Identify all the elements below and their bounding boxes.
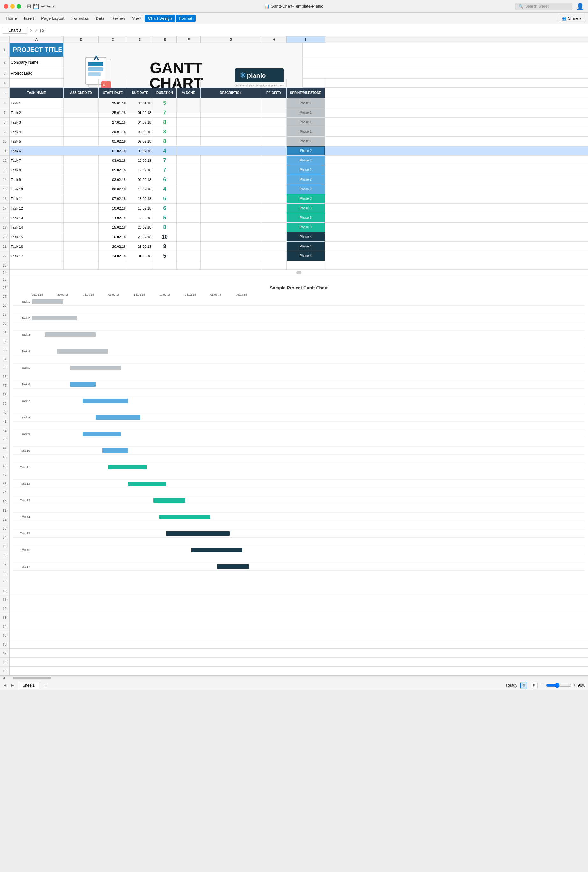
assigned-to-cell[interactable]: [64, 165, 99, 175]
assigned-to-cell[interactable]: [64, 136, 99, 146]
col-header-G[interactable]: G: [201, 36, 261, 43]
page-view-icon[interactable]: ⊟: [531, 682, 538, 689]
task-name-cell[interactable]: Task 5: [9, 136, 64, 146]
menu-view[interactable]: View: [129, 15, 144, 22]
due-date-cell[interactable]: 01.03.18: [128, 251, 153, 261]
priority-cell[interactable]: [261, 117, 286, 127]
start-date-cell[interactable]: 24.02.18: [99, 251, 128, 261]
description-cell[interactable]: [201, 136, 261, 146]
duration-cell[interactable]: 8: [153, 242, 177, 251]
description-cell[interactable]: [201, 108, 261, 117]
percent-done-cell[interactable]: [177, 213, 201, 222]
col-header-C[interactable]: C: [99, 36, 128, 43]
phase-cell[interactable]: Phase 2: [286, 146, 325, 156]
percent-done-cell[interactable]: [177, 156, 201, 165]
phase-cell[interactable]: Phase 3: [286, 223, 325, 232]
due-date-cell[interactable]: 05.02.18: [128, 146, 153, 156]
cell-4F[interactable]: [177, 79, 201, 87]
due-date-cell[interactable]: 26.02.18: [128, 232, 153, 241]
company-name-cell[interactable]: Company Name: [9, 57, 64, 67]
cell-23F[interactable]: [177, 261, 201, 270]
start-date-cell[interactable]: 06.02.18: [99, 184, 128, 194]
priority-cell[interactable]: [261, 127, 286, 136]
assigned-to-cell[interactable]: [64, 175, 99, 184]
duration-cell[interactable]: 4: [153, 184, 177, 194]
cell-23A[interactable]: [9, 261, 64, 270]
task-name-cell[interactable]: Task 3: [9, 117, 64, 127]
grid-view-icon[interactable]: ⊞: [520, 682, 528, 689]
due-date-cell[interactable]: 06.02.18: [128, 127, 153, 136]
menu-format[interactable]: Format: [176, 15, 195, 22]
duration-cell[interactable]: 6: [153, 204, 177, 213]
start-date-cell[interactable]: 25.01.18: [99, 99, 128, 108]
priority-cell[interactable]: [261, 99, 286, 108]
col-header-I[interactable]: I: [286, 36, 325, 43]
phase-cell[interactable]: Phase 1: [286, 99, 325, 108]
project-title-cell[interactable]: PROJECT TITLE: [9, 43, 64, 57]
description-cell[interactable]: [201, 175, 261, 184]
duration-cell[interactable]: 8: [153, 117, 177, 127]
col-header-F[interactable]: F: [177, 36, 201, 43]
duration-cell[interactable]: 5: [153, 99, 177, 108]
percent-done-cell[interactable]: [177, 242, 201, 251]
scroll-left-arrow[interactable]: ◀: [1, 676, 6, 680]
col-header-H[interactable]: H: [261, 36, 286, 43]
cell-4I[interactable]: [286, 79, 325, 87]
duration-cell[interactable]: 8: [153, 136, 177, 146]
project-lead-cell[interactable]: Project Lead: [9, 68, 64, 78]
duration-cell[interactable]: 7: [153, 156, 177, 165]
col-header-A[interactable]: A: [9, 36, 64, 43]
priority-cell[interactable]: [261, 223, 286, 232]
due-date-cell[interactable]: 10.02.18: [128, 156, 153, 165]
due-date-cell[interactable]: 12.02.18: [128, 165, 153, 175]
start-date-cell[interactable]: 03.02.18: [99, 156, 128, 165]
maximize-button[interactable]: [16, 4, 21, 9]
cell-4B[interactable]: [64, 79, 99, 87]
menu-data[interactable]: Data: [92, 15, 107, 22]
task-name-cell[interactable]: Task 14: [9, 223, 64, 232]
percent-done-cell[interactable]: [177, 146, 201, 156]
assigned-to-cell[interactable]: [64, 99, 99, 108]
phase-cell[interactable]: Phase 2: [286, 156, 325, 165]
priority-cell[interactable]: [261, 175, 286, 184]
horizontal-scrollbar[interactable]: ◀: [0, 676, 588, 680]
due-date-cell[interactable]: 30.01.18: [128, 99, 153, 108]
phase-cell[interactable]: Phase 3: [286, 213, 325, 222]
due-date-cell[interactable]: 19.02.18: [128, 213, 153, 222]
due-date-cell[interactable]: 04.02.18: [128, 117, 153, 127]
toolbar-icon[interactable]: 💾: [33, 3, 39, 9]
description-cell[interactable]: [201, 242, 261, 251]
duration-cell[interactable]: 7: [153, 108, 177, 117]
zoom-slider[interactable]: [546, 683, 572, 688]
duration-cell[interactable]: 7: [153, 165, 177, 175]
priority-cell[interactable]: [261, 156, 286, 165]
phase-cell[interactable]: Phase 2: [286, 184, 325, 194]
due-date-cell[interactable]: 10.02.18: [128, 184, 153, 194]
description-cell[interactable]: [201, 223, 261, 232]
add-sheet-button[interactable]: ＋: [44, 682, 48, 689]
cell-23D[interactable]: [128, 261, 153, 270]
percent-done-cell[interactable]: [177, 136, 201, 146]
zoom-in-icon[interactable]: ＋: [573, 683, 576, 688]
priority-cell[interactable]: [261, 242, 286, 251]
col-header-E[interactable]: E: [153, 36, 177, 43]
percent-done-cell[interactable]: [177, 99, 201, 108]
priority-cell[interactable]: [261, 251, 286, 261]
menu-page-layout[interactable]: Page Layout: [38, 15, 68, 22]
priority-cell[interactable]: [261, 136, 286, 146]
start-date-cell[interactable]: 16.02.18: [99, 232, 128, 241]
task-name-cell[interactable]: Task 7: [9, 156, 64, 165]
assigned-to-cell[interactable]: [64, 117, 99, 127]
start-date-cell[interactable]: 07.02.18: [99, 194, 128, 203]
phase-cell[interactable]: Phase 4: [286, 232, 325, 241]
phase-cell[interactable]: Phase 1: [286, 136, 325, 146]
due-date-cell[interactable]: 28.02.18: [128, 242, 153, 251]
insert-function-icon[interactable]: ƒx: [39, 28, 45, 33]
start-date-cell[interactable]: 15.02.18: [99, 223, 128, 232]
cancel-formula-icon[interactable]: ✕: [29, 28, 33, 33]
cell-4A[interactable]: [9, 79, 64, 87]
description-cell[interactable]: [201, 213, 261, 222]
duration-cell[interactable]: 4: [153, 146, 177, 156]
start-date-cell[interactable]: 05.02.18: [99, 165, 128, 175]
phase-cell[interactable]: Phase 1: [286, 127, 325, 136]
